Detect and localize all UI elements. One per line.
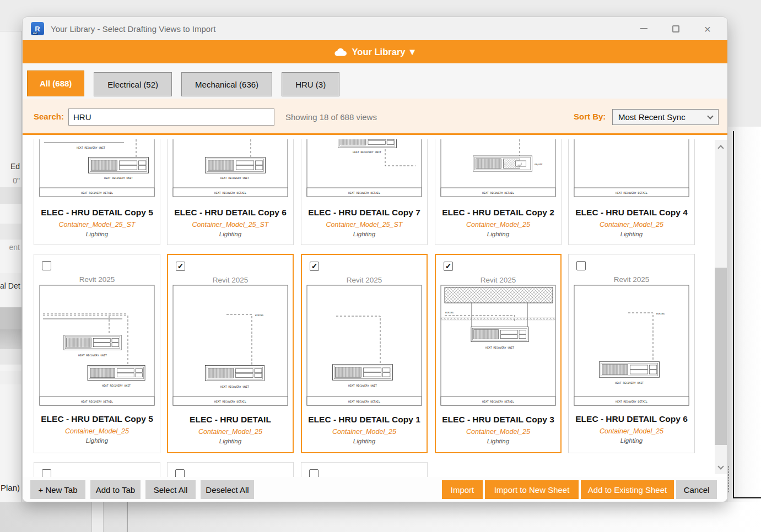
view-model: Container_Model_25	[302, 428, 427, 436]
view-card[interactable]	[167, 462, 294, 477]
window-title: Your Library - Select Drafting Views to …	[51, 24, 215, 34]
view-checkbox[interactable]	[576, 261, 586, 270]
add-to-tab-button[interactable]: Add to Tab	[90, 480, 141, 499]
scroll-down-button[interactable]	[715, 461, 727, 473]
view-card[interactable]	[34, 462, 160, 477]
sheet-border-line	[733, 497, 761, 498]
view-category: Lighting	[168, 438, 293, 444]
view-category: Lighting	[301, 231, 427, 237]
tab-hru[interactable]: HRU (3)	[282, 72, 339, 96]
chevron-down-icon	[717, 463, 724, 469]
view-card[interactable]: HEAT RECOVERY UNIT HEAT RECOVERY DETAIL …	[301, 139, 428, 245]
view-grid: HEAT RECOVERY UNIT HEAT RECOVERY UNIT HE…	[23, 135, 727, 477]
revit-watermark: Revit 2025	[168, 276, 293, 284]
drafting-view-thumbnail: HEAT RECOVERY UNIT HEAT RECOVERY DETAIL	[172, 139, 289, 199]
svg-text:ON/OFF: ON/OFF	[535, 163, 543, 166]
canvas-divider	[127, 502, 128, 532]
close-icon: ×	[704, 23, 711, 35]
cloud-icon	[333, 47, 347, 56]
title-bar[interactable]: R RVT Your Library - Select Drafting Vie…	[23, 17, 727, 40]
view-model: Container_Model_25	[435, 221, 561, 229]
footer-left-buttons: + New Tab Add to Tab Select All Deselect…	[30, 480, 254, 499]
your-library-dialog: R RVT Your Library - Select Drafting Vie…	[22, 17, 728, 502]
library-banner[interactable]: Your Library ▼	[23, 40, 727, 63]
bg-text-fragment: 0"	[0, 176, 20, 185]
drafting-view-thumbnail: HEAT RECOVERY UNIT HEAT RECOVERY DETAIL	[306, 139, 423, 199]
drafting-view-thumbnail: ON/OFF HEAT RECOVERY DETAIL	[440, 139, 557, 199]
svg-text:WIRING: WIRING	[445, 311, 454, 314]
view-checkbox[interactable]	[42, 469, 51, 477]
view-model: Container_Model_25	[569, 427, 694, 435]
scroll-up-button[interactable]	[715, 141, 727, 153]
svg-text:HEAT RECOVERY DETAIL: HEAT RECOVERY DETAIL	[81, 192, 113, 194]
view-category: Lighting	[436, 438, 560, 444]
tab-mechanical[interactable]: Mechanical (636)	[181, 72, 272, 96]
chevron-up-icon	[717, 145, 724, 151]
footer-right-buttons: Import Import to New Sheet Add to Existi…	[442, 480, 717, 499]
svg-text:HEAT RECOVERY UNIT: HEAT RECOVERY UNIT	[353, 151, 381, 154]
canvas-scroll-column	[91, 502, 104, 532]
view-category: Lighting	[34, 231, 160, 237]
svg-text:HEAT RECOVERY UNIT: HEAT RECOVERY UNIT	[102, 384, 131, 387]
view-card[interactable]	[301, 462, 428, 477]
bg-text-fragment: al Det	[0, 281, 20, 290]
deselect-all-button[interactable]: Deselect All	[201, 480, 254, 499]
scrollbar-thumb[interactable]	[715, 268, 727, 445]
view-checkbox[interactable]	[444, 262, 453, 271]
new-tab-button[interactable]: + New Tab	[30, 480, 85, 499]
minimize-button[interactable]	[634, 21, 654, 36]
close-button[interactable]: ×	[698, 21, 717, 36]
view-card[interactable]: Revit 2025 HEAT RECOVERY UNIT HEAT RECOV…	[34, 254, 160, 453]
add-to-existing-sheet-button[interactable]: Add to Existing Sheet	[581, 480, 674, 499]
properties-palette-edge	[0, 31, 22, 502]
svg-text:HEAT RECOVERY DETAIL: HEAT RECOVERY DETAIL	[616, 400, 647, 403]
svg-text:HEAT RECOVERY DETAIL: HEAT RECOVERY DETAIL	[348, 400, 380, 403]
svg-text:HEAT RECOVERY DETAIL: HEAT RECOVERY DETAIL	[482, 400, 514, 403]
view-card[interactable]: Revit 2025 WIRING HEAT RECOVERY UNIT HEA…	[167, 254, 294, 453]
bg-text-fragment: Plan)	[0, 483, 20, 492]
view-card[interactable]: HEAT RECOVERY UNIT HEAT RECOVERY UNIT HE…	[34, 139, 160, 245]
sheet-dashed-line	[728, 466, 729, 492]
maximize-button[interactable]	[666, 21, 686, 36]
tab-electrical[interactable]: Electrical (52)	[94, 72, 172, 96]
search-input[interactable]	[68, 108, 274, 126]
bg-text-fragment: ent	[0, 243, 20, 252]
cancel-button[interactable]: Cancel	[676, 480, 717, 499]
view-card[interactable]: Revit 2025 WIRING HEAT RECOVERY UNIT HEA…	[435, 254, 562, 453]
search-label: Search:	[34, 112, 64, 121]
view-card[interactable]: Revit 2025 HEAT RECOVERY UNIT HEAT RECOV…	[301, 254, 428, 453]
import-button[interactable]: Import	[442, 480, 483, 499]
view-card[interactable]: Revit 2025 WIRING HEAT RECOVERY UNIT HEA…	[568, 254, 695, 453]
svg-text:HEAT RECOVERY UNIT: HEAT RECOVERY UNIT	[220, 386, 249, 388]
banner-label: Your Library ▼	[352, 47, 417, 57]
view-title: ELEC - HRU DETAIL Copy 5	[34, 208, 160, 218]
view-card[interactable]: ON/OFF HEAT RECOVERY DETAIL ELEC - HRU D…	[435, 139, 562, 245]
maximize-icon	[672, 25, 679, 32]
view-model: Container_Model_25	[436, 428, 560, 436]
view-checkbox[interactable]	[42, 261, 51, 270]
view-card[interactable]: HEAT RECOVERY UNIT HEAT RECOVERY DETAIL …	[167, 139, 294, 245]
view-checkbox[interactable]	[176, 262, 185, 271]
svg-text:HEAT RECOVERY UNIT: HEAT RECOVERY UNIT	[615, 382, 644, 384]
sort-select-value: Most Recent Sync	[618, 112, 686, 122]
sort-select[interactable]: Most Recent Sync	[612, 109, 719, 125]
revit-watermark: Revit 2025	[34, 275, 160, 284]
import-to-new-sheet-button[interactable]: Import to New Sheet	[485, 480, 579, 499]
view-card[interactable]: HEAT RECOVERY DETAIL ELEC - HRU DETAIL C…	[568, 139, 695, 245]
drafting-view-thumbnail: HEAT RECOVERY DETAIL	[573, 139, 690, 199]
tab-all[interactable]: All (688)	[27, 70, 84, 96]
view-title: ELEC - HRU DETAIL Copy 7	[301, 208, 427, 218]
svg-text:HEAT RECOVERY DETAIL: HEAT RECOVERY DETAIL	[616, 192, 647, 194]
view-checkbox[interactable]	[310, 262, 319, 271]
view-checkbox[interactable]	[309, 469, 319, 477]
svg-text:HEAT RECOVERY DETAIL: HEAT RECOVERY DETAIL	[348, 192, 380, 194]
view-checkbox[interactable]	[175, 469, 185, 477]
select-all-button[interactable]: Select All	[145, 480, 196, 499]
view-model: Container_Model_25_ST	[301, 221, 427, 229]
view-title: ELEC - HRU DETAIL Copy 3	[436, 415, 560, 425]
view-model: Container_Model_25_ST	[168, 221, 293, 229]
grid-scrollbar[interactable]	[715, 140, 727, 474]
drafting-view-thumbnail: HEAT RECOVERY UNIT HEAT RECOVERY UNIT HE…	[39, 139, 155, 199]
search-toolbar: Search: Showing 18 of 688 views Sort By:…	[23, 99, 727, 135]
drafting-view-thumbnail: WIRING HEAT RECOVERY UNIT HEAT RECOVERY …	[573, 284, 690, 406]
